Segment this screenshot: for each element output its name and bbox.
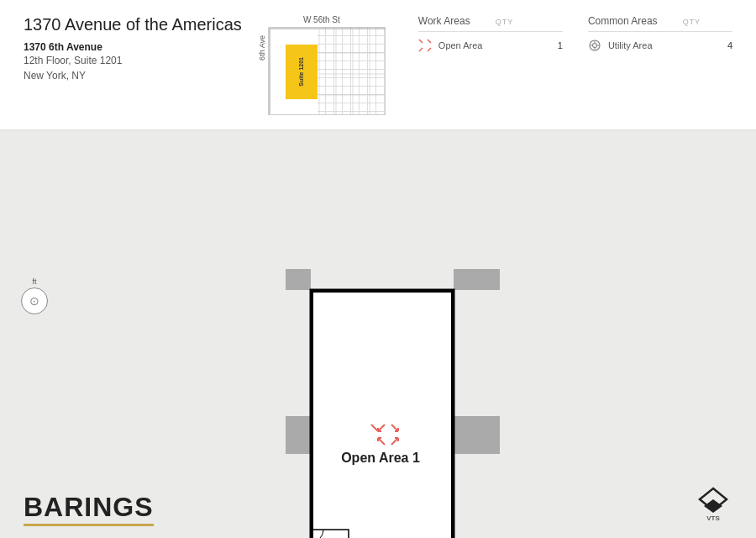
svg-rect-0 [270, 29, 386, 115]
compass: ⊙ [21, 287, 48, 314]
svg-line-10 [419, 48, 423, 51]
common-area-item-0: Utility Area 4 [588, 39, 732, 52]
common-area-item-name-0: Utility Area [608, 40, 721, 50]
vts-icon: VTS [695, 484, 732, 522]
floorplan-container: Entrance Closet Closet Closet [286, 269, 500, 538]
common-areas-panel: Common Areas QTY Utility Area 4 [588, 15, 732, 57]
svg-rect-20 [286, 416, 311, 454]
common-areas-qty-label: QTY [683, 18, 701, 26]
svg-line-8 [419, 40, 423, 43]
svg-rect-30 [451, 290, 454, 538]
svg-rect-25 [311, 290, 454, 293]
svg-line-11 [428, 48, 431, 51]
brand-logo: BARINGS [24, 492, 154, 523]
building-address-line1: 12th Floor, Suite 1201 [24, 53, 242, 68]
brand-name: BARINGS [24, 492, 154, 526]
svg-rect-29 [311, 290, 313, 538]
building-address-bold: 1370 6th Avenue [24, 41, 242, 53]
work-area-item-qty-0: 1 [558, 40, 563, 50]
common-areas-title: Common Areas [588, 15, 658, 27]
thumbnail-map: Suite 1201 [268, 27, 386, 115]
work-area-item-name-0: Open Area [438, 40, 551, 50]
street-label: W 56th St [303, 15, 340, 24]
work-areas-header: Work Areas QTY [418, 15, 563, 32]
svg-line-9 [428, 40, 431, 43]
svg-marker-57 [704, 499, 722, 513]
work-areas-qty-label: QTY [496, 18, 514, 26]
work-area-item-0: Open Area 1 [418, 39, 563, 52]
svg-rect-19 [454, 269, 500, 290]
scale-indicator: ft ⊙ [21, 277, 48, 314]
svg-rect-21 [454, 416, 500, 454]
utility-area-icon [588, 39, 601, 52]
floor-thumbnail: W 56th St 6th Ave Suite 1201 [250, 15, 393, 115]
area-panels: Work Areas QTY Open Area 1 Common Areas … [418, 15, 732, 57]
common-areas-header: Common Areas QTY [588, 15, 732, 32]
floorplan-svg: Entrance Closet Closet Closet [286, 269, 500, 538]
scale-number: ft [32, 277, 36, 286]
common-area-item-qty-0: 4 [727, 40, 732, 50]
svg-rect-18 [286, 269, 311, 290]
svg-point-13 [592, 44, 596, 48]
work-areas-title: Work Areas [418, 15, 470, 27]
thumbnail-svg [269, 28, 386, 115]
building-info: 1370 Avenue of the Americas 1370 6th Ave… [24, 15, 242, 83]
work-areas-panel: Work Areas QTY Open Area 1 [418, 15, 563, 57]
svg-text:VTS: VTS [706, 514, 720, 522]
building-address-line2: New York, NY [24, 68, 242, 83]
avenue-label: 6th Ave [258, 35, 266, 61]
compass-arrow-icon: ⊙ [29, 294, 39, 308]
header: 1370 Avenue of the Americas 1370 6th Ave… [0, 0, 756, 130]
open-area-icon [418, 39, 432, 52]
svg-rect-24 [311, 290, 454, 538]
vts-logo: VTS [695, 484, 732, 525]
main-area: ft ⊙ [0, 130, 756, 538]
open-area-label: Open Area 1 [341, 451, 420, 465]
building-title: 1370 Avenue of the Americas [24, 15, 242, 34]
